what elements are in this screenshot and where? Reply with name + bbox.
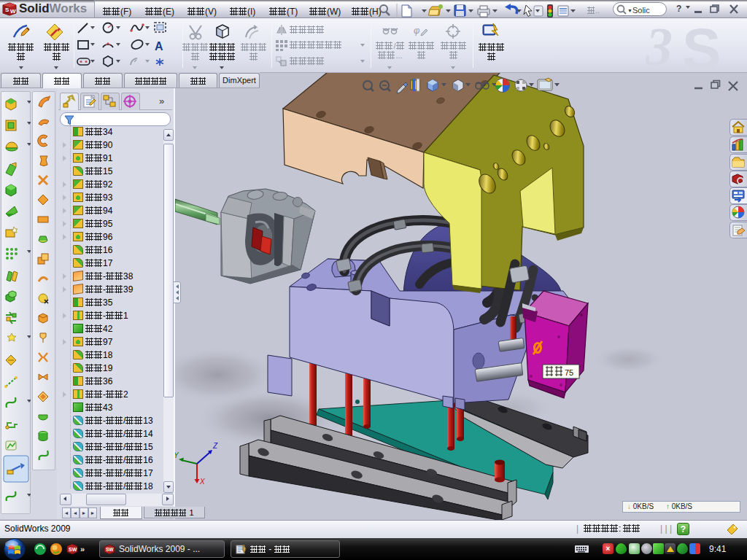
svg-text:W: W (10, 8, 16, 15)
svg-text:SW: SW (106, 547, 114, 552)
svg-text:A: A (155, 40, 163, 52)
svg-text:3: 3 (646, 17, 673, 72)
svg-text:Z: Z (212, 442, 218, 450)
svg-text:»: » (80, 545, 85, 553)
svg-text:S: S (682, 17, 721, 72)
svg-text:S: S (5, 7, 9, 13)
svg-text:X: X (199, 478, 205, 486)
svg-text:75: 75 (565, 368, 573, 377)
svg-text:SW: SW (69, 547, 77, 552)
svg-text:φ: φ (414, 25, 420, 36)
